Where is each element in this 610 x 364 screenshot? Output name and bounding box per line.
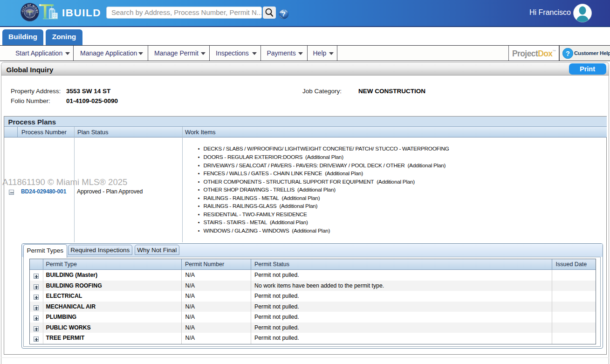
svg-text:?: ?: [281, 10, 286, 18]
svg-text:?: ?: [566, 50, 570, 57]
